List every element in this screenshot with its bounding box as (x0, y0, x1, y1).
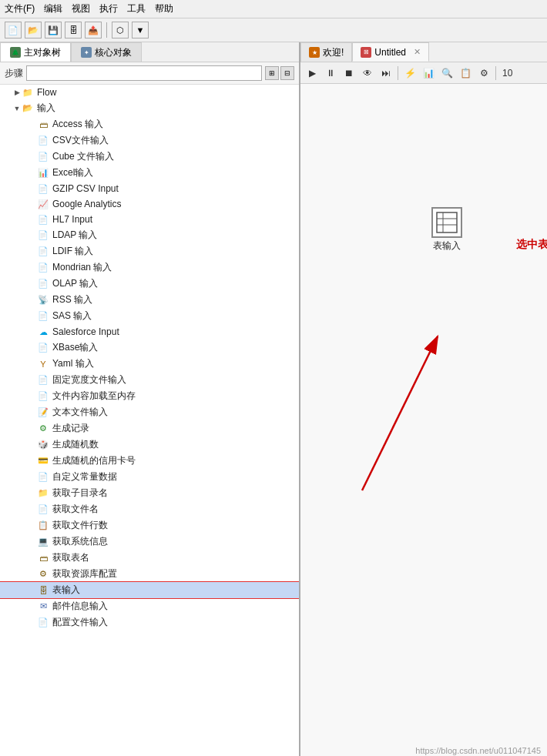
tree-item-gzip[interactable]: 📄 GZIP CSV Input (0, 181, 299, 196)
tree-item-customconst[interactable]: 📄 自定义常量数据 (0, 469, 299, 485)
file-icon-olap: 📄 (37, 278, 49, 290)
tree-item-configinput[interactable]: 📄 配置文件输入 (0, 614, 299, 631)
tree-label-getfilename: 获取文件名 (52, 503, 99, 516)
tree-label-cube: Cube 文件输入 (52, 150, 114, 163)
tree-item-ldap[interactable]: 📄 LDAP 输入 (0, 227, 299, 243)
tree-label-getdbconfig: 获取资源库配置 (52, 567, 117, 580)
open-button[interactable]: 📂 (25, 22, 42, 38)
tree-label-rss: RSS 输入 (52, 293, 92, 306)
tree-item-textfile[interactable]: 📝 文本文件输入 (0, 404, 299, 420)
save-button[interactable]: 💾 (45, 22, 62, 38)
dropdown-button[interactable]: ▼ (132, 22, 149, 38)
tree-item-filecontent[interactable]: 📄 文件内容加载至内存 (0, 388, 299, 404)
tree-item-getfilerows[interactable]: 📋 获取文件行数 (0, 517, 299, 534)
tree-item-genrand[interactable]: 🎲 生成随机数 (0, 437, 299, 453)
rt-btn-3[interactable]: 🔍 (438, 65, 455, 82)
search-buttons: ⊞ ⊟ (265, 66, 294, 80)
saveas-button[interactable]: 🗄 (65, 22, 82, 38)
tree-item-gettablename[interactable]: 🗃 获取表名 (0, 550, 299, 566)
tree-label-customconst: 自定义常量数据 (52, 470, 117, 483)
tree-item-getfilename[interactable]: 📄 获取文件名 (0, 501, 299, 517)
tree-label-getfilerows: 获取文件行数 (52, 519, 108, 532)
tab-welcome-label: 欢迎! (323, 46, 344, 59)
play-button[interactable]: ▶ (304, 65, 320, 82)
menu-file[interactable]: 文件(F) (5, 2, 35, 15)
tree-item-xbase[interactable]: 📄 XBase输入 (0, 340, 299, 356)
tree-item-flow[interactable]: ▶ 📁 Flow (0, 85, 299, 100)
tree-item-google[interactable]: 📈 Google Analytics (0, 196, 299, 212)
tree-item-olap[interactable]: 📄 OLAP 输入 (0, 276, 299, 292)
tab-close-btn[interactable]: ✕ (414, 47, 421, 57)
table-node-label: 表输入 (433, 239, 461, 253)
tree-label-salesforce: Salesforce Input (52, 326, 119, 337)
file-icon-genrows: ⚙ (37, 423, 49, 435)
search-expand-btn[interactable]: ⊞ (265, 66, 279, 80)
tree-label-mailinput: 邮件信息输入 (52, 600, 108, 613)
tree-item-gencredit[interactable]: 💳 生成随机的信用卡号 (0, 453, 299, 469)
menu-execute[interactable]: 执行 (99, 2, 118, 15)
tree-item-getsubdir[interactable]: 📁 获取子目录名 (0, 485, 299, 501)
tree-item-mailinput[interactable]: ✉ 邮件信息输入 (0, 598, 299, 614)
tree-arrow-flow: ▶ (12, 88, 22, 97)
tree-item-excel[interactable]: 📊 Excel输入 (0, 165, 299, 181)
tab-main-tree[interactable]: 🌲 主对象树 (0, 42, 71, 62)
tree-item-sas[interactable]: 📄 SAS 输入 (0, 308, 299, 324)
tab-core-objects-label: 核心对象 (95, 46, 132, 59)
tree-label-configinput: 配置文件输入 (52, 616, 108, 629)
layers-button[interactable]: ⬡ (112, 22, 129, 38)
new-button[interactable]: 📄 (5, 22, 22, 38)
folder-icon-input: 📂 (22, 102, 34, 115)
canvas-area[interactable]: 表输入 选中表输入拖拽至设计面板 https://blog.csdn.net/u… (300, 84, 547, 756)
file-icon-getsysinfo: 💻 (37, 536, 49, 548)
tree-item-tableinput[interactable]: 🗄 表输入 (0, 582, 299, 598)
pause-button[interactable]: ⏸ (322, 65, 339, 82)
tree-item-cube[interactable]: 📄 Cube 文件输入 (0, 149, 299, 165)
file-icon-ldap: 📄 (37, 229, 49, 242)
tree-item-access[interactable]: 🗃 Access 输入 (0, 116, 299, 132)
folder-icon-flow: 📁 (22, 86, 34, 99)
tree-item-yaml[interactable]: Y Yaml 输入 (0, 356, 299, 372)
tab-core-objects[interactable]: ✦ 核心对象 (71, 42, 142, 62)
rt-separator-2 (495, 66, 496, 80)
tree-item-rss[interactable]: 📡 RSS 输入 (0, 292, 299, 308)
tree-item-hl7[interactable]: 📄 HL7 Input (0, 212, 299, 227)
export-button[interactable]: 📤 (85, 22, 102, 38)
tree-item-fixedwidth[interactable]: 📄 固定宽度文件输入 (0, 372, 299, 388)
tree-label-excel: Excel输入 (52, 166, 93, 179)
tree-label-sas: SAS 输入 (52, 309, 92, 323)
stop-button[interactable]: ⏹ (341, 65, 357, 82)
tree-item-csv[interactable]: 📄 CSV文件输入 (0, 132, 299, 149)
menu-tools[interactable]: 工具 (127, 2, 146, 15)
tree-label-textfile: 文本文件输入 (52, 406, 108, 419)
search-input[interactable] (26, 65, 262, 81)
tree-item-mondrian[interactable]: 📄 Mondrian 输入 (0, 259, 299, 276)
file-icon-mondrian: 📄 (37, 262, 49, 274)
rt-btn-1[interactable]: ⚡ (401, 65, 418, 82)
file-icon-ldif: 📄 (37, 246, 49, 258)
svg-line-5 (362, 336, 438, 490)
file-icon-excel: 📊 (37, 167, 49, 179)
tree-item-input[interactable]: ▼ 📂 输入 (0, 100, 299, 116)
table-input-node[interactable]: 表输入 (431, 207, 462, 253)
menu-help[interactable]: 帮助 (155, 2, 173, 15)
tree-item-getdbconfig[interactable]: ⚙ 获取资源库配置 (0, 566, 299, 582)
tree-item-ldif[interactable]: 📄 LDIF 输入 (0, 243, 299, 259)
tree-item-salesforce[interactable]: ☁ Salesforce Input (0, 324, 299, 340)
rt-btn-4[interactable]: 📋 (457, 65, 474, 82)
menu-edit[interactable]: 编辑 (44, 2, 62, 15)
watermark: https://blog.csdn.net/u011047145 (415, 746, 541, 755)
tree-item-genrows[interactable]: ⚙ 生成记录 (0, 420, 299, 437)
tab-untitled[interactable]: ⊠ Untitled ✕ (352, 42, 429, 62)
menu-view[interactable]: 视图 (72, 2, 90, 15)
tab-main-tree-label: 主对象树 (24, 46, 61, 59)
preview-button[interactable]: 👁 (359, 65, 376, 82)
tab-welcome[interactable]: ★ 欢迎! (300, 42, 352, 62)
search-collapse-btn[interactable]: ⊟ (280, 66, 294, 80)
rt-btn-2[interactable]: 📊 (420, 65, 437, 82)
toolbar-separator (106, 22, 107, 38)
rt-btn-5[interactable]: ⚙ (475, 65, 492, 82)
file-icon-salesforce: ☁ (37, 326, 49, 338)
tree-item-getsysinfo[interactable]: 💻 获取系统信息 (0, 534, 299, 550)
run-step-button[interactable]: ⏭ (378, 65, 394, 82)
file-icon-gettablename: 🗃 (37, 552, 49, 564)
